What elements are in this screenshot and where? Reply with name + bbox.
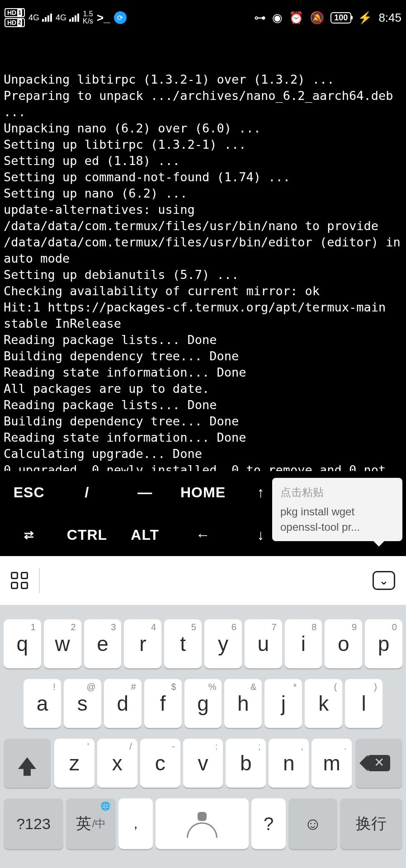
- key-r[interactable]: 4r: [124, 619, 161, 668]
- chevron-down-icon: ⌄: [379, 574, 389, 588]
- key-sup: 8: [312, 622, 316, 632]
- swap-keys-button[interactable]: ⇄: [0, 519, 58, 551]
- net-speed-indicator: 1.5 K/s: [83, 10, 93, 25]
- key-sup: .: [344, 741, 346, 752]
- extra-keys-bar: ESC/—HOME↑ENDPGUP ⇄ CTRLALT←↓→PGDN 点击粘贴 …: [0, 471, 406, 556]
- key-sup: 3: [111, 622, 116, 632]
- language-key[interactable]: 英/中 🌐: [66, 798, 116, 849]
- extra-key-—[interactable]: —: [116, 475, 174, 510]
- key-l[interactable]: )l: [345, 679, 382, 728]
- key-label: d: [117, 691, 128, 716]
- key-e[interactable]: 3e: [84, 619, 122, 668]
- backspace-icon: ✕: [368, 755, 390, 771]
- key-sup: 5: [191, 622, 196, 632]
- apps-grid-icon[interactable]: [11, 572, 28, 589]
- key-sup: !: [53, 682, 56, 692]
- terminal-line: Calculating upgrade... Done: [4, 446, 403, 462]
- key-sup: &: [250, 682, 256, 692]
- key-sup: 4: [151, 622, 156, 632]
- key-v[interactable]: :v: [183, 739, 223, 788]
- battery-indicator: 100: [330, 12, 351, 24]
- key-x[interactable]: /x: [97, 739, 137, 788]
- hd2-badge: HD2: [5, 18, 25, 27]
- key-sup: :: [215, 741, 218, 752]
- key-k[interactable]: (k: [305, 679, 342, 728]
- key-label: n: [283, 751, 295, 775]
- comma-key[interactable]: ，: [118, 798, 153, 849]
- paste-popup[interactable]: 点击粘贴 pkg install wget openssl-tool pr...: [272, 478, 402, 541]
- terminal-line: Hit:1 https://packages-cf.termux.org/apt…: [4, 299, 403, 332]
- key-y[interactable]: 6y: [204, 619, 242, 668]
- terminal-line: update-alternatives: using /data/data/co…: [4, 202, 403, 267]
- key-sup: 7: [271, 622, 276, 632]
- key-label: h: [237, 691, 249, 716]
- extra-key-home[interactable]: HOME: [174, 475, 232, 510]
- key-u[interactable]: 7u: [245, 619, 282, 668]
- key-z[interactable]: 'z: [54, 739, 94, 788]
- emoji-key[interactable]: ☺: [288, 798, 337, 849]
- extra-key-←[interactable]: ←: [174, 518, 232, 552]
- key-d[interactable]: #d: [104, 679, 142, 728]
- key-label: p: [378, 632, 390, 656]
- terminal-app-icon: >_: [97, 11, 110, 25]
- key-label: r: [139, 632, 146, 656]
- key-q[interactable]: 1q: [4, 619, 41, 668]
- key-h[interactable]: &h: [224, 679, 262, 728]
- terminal-line: Setting up libtirpc (1.3.2-1) ...: [4, 137, 403, 153]
- key-s[interactable]: @s: [64, 679, 101, 728]
- key-label: o: [338, 632, 349, 656]
- extra-key-esc[interactable]: ESC: [0, 475, 58, 510]
- key-sup: ': [87, 741, 89, 752]
- key-sup: -: [172, 741, 175, 752]
- divider: [39, 568, 40, 593]
- key-t[interactable]: 5t: [164, 619, 202, 668]
- key-label: c: [155, 751, 165, 775]
- space-key[interactable]: [156, 798, 249, 849]
- key-b[interactable]: ;b: [226, 739, 266, 788]
- key-label: x: [112, 751, 123, 775]
- key-j[interactable]: *j: [264, 679, 302, 728]
- key-label: u: [257, 632, 269, 656]
- numeric-key[interactable]: ?123: [4, 798, 63, 849]
- paste-snippet[interactable]: pkg install wget openssl-tool pr...: [280, 504, 394, 535]
- key-label: v: [198, 751, 208, 775]
- status-left: HD1 HD2 4G 4G 1.5 K/s >_ ⟳: [5, 8, 127, 27]
- key-g[interactable]: %g: [184, 679, 222, 728]
- alarm-icon: ⏰: [289, 11, 303, 25]
- sync-icon: ⟳: [114, 11, 127, 24]
- terminal-line: Setting up nano (6.2) ...: [4, 185, 403, 202]
- terminal-line: Reading state information... Done: [4, 429, 403, 446]
- terminal-line: Unpacking libtirpc (1.3.2-1) over (1.3.2…: [4, 71, 403, 88]
- key-icon: ⊶: [254, 11, 266, 25]
- key-n[interactable]: ,n: [269, 739, 309, 788]
- eye-icon: ◉: [272, 11, 283, 25]
- key-i[interactable]: 8i: [285, 619, 322, 668]
- status-bar: HD1 HD2 4G 4G 1.5 K/s >_ ⟳ ⊶ ◉ ⏰ 🔕 100 ⚡…: [0, 0, 406, 35]
- terminal-line: All packages are up to date.: [4, 381, 403, 397]
- collapse-keyboard-button[interactable]: ⌄: [373, 571, 395, 590]
- backspace-key[interactable]: ✕: [355, 739, 402, 788]
- key-c[interactable]: -c: [140, 739, 180, 788]
- key-sup: @: [86, 682, 95, 692]
- key-sup: $: [171, 682, 176, 692]
- clock: 8:45: [378, 11, 401, 25]
- extra-key-ctrl[interactable]: CTRL: [58, 518, 116, 552]
- extra-key-alt[interactable]: ALT: [116, 518, 174, 552]
- key-m[interactable]: .m: [312, 739, 352, 788]
- key-w[interactable]: 2w: [44, 619, 81, 668]
- key-f[interactable]: $f: [144, 679, 182, 728]
- key-label: m: [323, 751, 340, 775]
- shift-key[interactable]: [4, 739, 51, 788]
- hd-badges: HD1 HD2: [5, 8, 25, 27]
- key-a[interactable]: !a: [24, 679, 61, 728]
- key-p[interactable]: 0p: [365, 619, 402, 668]
- terminal-output[interactable]: Unpacking libtirpc (1.3.2-1) over (1.3.2…: [0, 35, 406, 471]
- key-sup: 9: [352, 622, 357, 632]
- terminal-line: Reading package lists... Done: [4, 332, 403, 348]
- key-label: b: [240, 751, 252, 775]
- question-key[interactable]: ?: [251, 798, 286, 849]
- extra-key-/[interactable]: /: [58, 475, 116, 510]
- key-label: i: [301, 632, 306, 656]
- enter-key[interactable]: 换行: [340, 798, 402, 849]
- key-o[interactable]: 9o: [325, 619, 362, 668]
